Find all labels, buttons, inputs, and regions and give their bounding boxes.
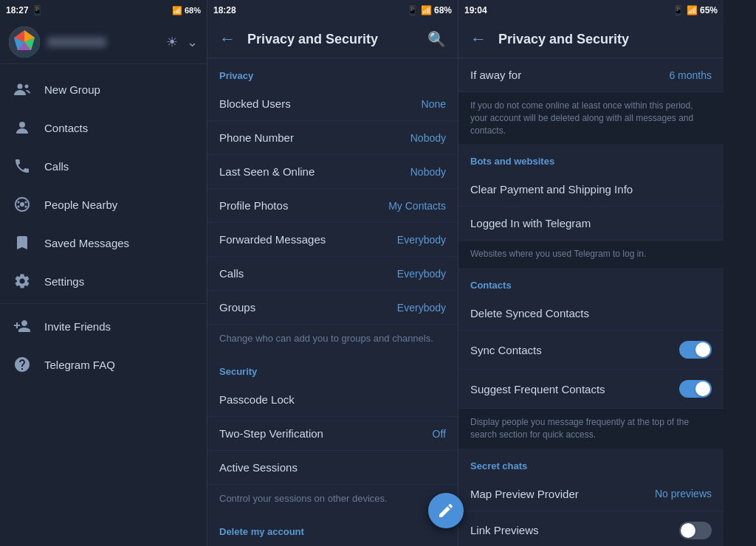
invite-friends-label: Invite Friends xyxy=(44,320,111,333)
link-previews-toggle[interactable] xyxy=(679,522,712,539)
privacy-section-header: Privacy xyxy=(207,58,458,87)
phone-icon: 📱 xyxy=(32,5,43,15)
profile-photos-item[interactable]: Profile Photos My Contacts xyxy=(207,189,458,223)
expand-icon[interactable]: ⌄ xyxy=(187,34,198,50)
username-area xyxy=(47,37,106,47)
sidebar-item-saved-messages[interactable]: Saved Messages xyxy=(0,224,207,262)
back-button-panel2[interactable]: ← xyxy=(219,30,236,49)
map-preview-item[interactable]: Map Preview Provider No previews xyxy=(458,477,724,511)
brightness-icon[interactable]: ☀ xyxy=(166,34,178,50)
settings-label: Settings xyxy=(44,275,84,288)
security-section-header: Security xyxy=(207,354,458,383)
logged-in-telegram-item[interactable]: Logged In with Telegram xyxy=(458,207,724,241)
status-bar-panel3: 19:04 📱 📶 65% xyxy=(458,0,724,21)
sidebar-item-invite-friends[interactable]: Invite Friends xyxy=(0,307,207,345)
active-sessions-item[interactable]: Active Sessions xyxy=(207,451,458,485)
sidebar-item-new-group[interactable]: New Group xyxy=(0,70,207,108)
contacts-icon xyxy=(12,117,32,138)
saved-messages-icon xyxy=(12,232,32,253)
invite-friends-icon xyxy=(12,316,32,336)
secret-chats-header: Secret chats xyxy=(458,449,724,477)
phone-number-item[interactable]: Phone Number Nobody xyxy=(207,121,458,155)
sync-contacts-item: Sync Contacts xyxy=(458,331,724,370)
status-bar-panel2: 18:28 📱 📶 68% xyxy=(207,0,458,21)
people-nearby-icon xyxy=(12,194,32,215)
status-bar-panel1: 18:27 📱 📶 68% xyxy=(0,0,207,21)
if-away-for-panel3[interactable]: If away for 6 months xyxy=(458,58,724,92)
forwarded-messages-item[interactable]: Forwarded Messages Everybody xyxy=(207,223,458,257)
svg-point-11 xyxy=(25,201,27,204)
new-group-label: New Group xyxy=(44,83,100,96)
sidebar-panel: 18:27 📱 📶 68% xyxy=(0,0,207,546)
svg-point-10 xyxy=(18,201,20,204)
suggest-frequent-contacts-item: Suggest Frequent Contacts xyxy=(458,370,724,409)
clear-payment-item[interactable]: Clear Payment and Shipping Info xyxy=(458,173,724,207)
svg-point-6 xyxy=(18,84,23,89)
svg-point-12 xyxy=(18,206,20,208)
battery-label: 68% xyxy=(185,6,201,15)
sidebar-item-settings[interactable]: Settings xyxy=(0,262,207,300)
status-icons-panel2: 📱 📶 68% xyxy=(407,5,452,15)
link-previews-item: Link Previews xyxy=(458,511,724,546)
privacy-panel-left: 18:28 📱 📶 68% ← Privacy and Security 🔍 P… xyxy=(207,0,458,546)
signal-icon: 📶 xyxy=(172,6,182,15)
sidebar-item-telegram-faq[interactable]: Telegram FAQ xyxy=(0,345,207,384)
privacy-panel-right: 19:04 📱 📶 65% ← Privacy and Security If … xyxy=(458,0,724,546)
avatar-area xyxy=(9,27,166,58)
saved-messages-label: Saved Messages xyxy=(44,237,129,249)
privacy-section-note: Change who can add you to groups and cha… xyxy=(207,325,458,354)
sidebar-item-calls[interactable]: Calls xyxy=(0,147,207,185)
calls-label: Calls xyxy=(44,160,69,173)
privacy-panel-header: ← Privacy and Security 🔍 xyxy=(207,21,458,58)
status-time-panel1: 18:27 📱 xyxy=(6,5,43,15)
svg-point-8 xyxy=(19,122,25,128)
privacy-panel-content: Privacy Blocked Users None Phone Number … xyxy=(207,58,458,546)
sidebar-item-contacts[interactable]: Contacts xyxy=(0,108,207,147)
status-icons-panel1: 📶 68% xyxy=(172,6,201,15)
faq-icon xyxy=(12,354,32,375)
back-button-panel3[interactable]: ← xyxy=(470,30,487,49)
blocked-users-item[interactable]: Blocked Users None xyxy=(207,87,458,121)
last-seen-item[interactable]: Last Seen & Online Nobody xyxy=(207,155,458,189)
delete-synced-contacts-item[interactable]: Delete Synced Contacts xyxy=(458,297,724,331)
svg-point-9 xyxy=(20,202,24,207)
calls-item[interactable]: Calls Everybody xyxy=(207,257,458,291)
privacy-panel-right-title: Privacy and Security xyxy=(498,32,629,47)
contacts-label: Contacts xyxy=(44,122,88,134)
status-icons-panel3: 📱 📶 65% xyxy=(673,5,718,15)
security-section-note: Control your sessions on other devices. xyxy=(207,485,458,514)
contacts-note: Display people you message frequently at… xyxy=(458,409,724,449)
telegram-faq-label: Telegram FAQ xyxy=(44,359,115,371)
contacts-section-header: Contacts xyxy=(458,268,724,297)
suggest-contacts-toggle[interactable] xyxy=(679,380,712,398)
header-icons: ☀ ⌄ xyxy=(166,34,198,50)
calls-icon xyxy=(12,156,32,176)
menu-divider xyxy=(0,303,207,304)
settings-icon xyxy=(12,271,32,291)
delete-account-header: Delete my account xyxy=(207,514,458,543)
two-step-verification-item[interactable]: Two-Step Verification Off xyxy=(207,417,458,451)
groups-item[interactable]: Groups Everybody xyxy=(207,291,458,325)
privacy-panel-right-header: ← Privacy and Security xyxy=(458,21,724,58)
avatar[interactable] xyxy=(9,27,40,58)
svg-point-7 xyxy=(25,85,29,89)
search-icon-panel2[interactable]: 🔍 xyxy=(427,30,446,48)
sync-contacts-toggle[interactable] xyxy=(679,341,712,359)
if-away-note: If you do not come online at least once … xyxy=(458,92,724,144)
bots-note: Websites where you used Telegram to log … xyxy=(458,241,724,268)
bots-section-header: Bots and websites xyxy=(458,144,724,173)
people-nearby-label: People Nearby xyxy=(44,198,117,211)
if-away-for-item[interactable]: If away for 6 months xyxy=(207,543,458,546)
username-blurred xyxy=(47,37,106,47)
fab-edit-button[interactable] xyxy=(428,493,464,528)
new-group-icon xyxy=(12,79,32,100)
menu-items-list: New Group Contacts Calls xyxy=(0,64,207,390)
sidebar-header: ☀ ⌄ xyxy=(0,21,207,64)
sidebar-item-people-nearby[interactable]: People Nearby xyxy=(0,185,207,224)
privacy-panel-title: Privacy and Security xyxy=(247,32,378,47)
passcode-lock-item[interactable]: Passcode Lock xyxy=(207,383,458,417)
svg-point-13 xyxy=(25,206,27,208)
